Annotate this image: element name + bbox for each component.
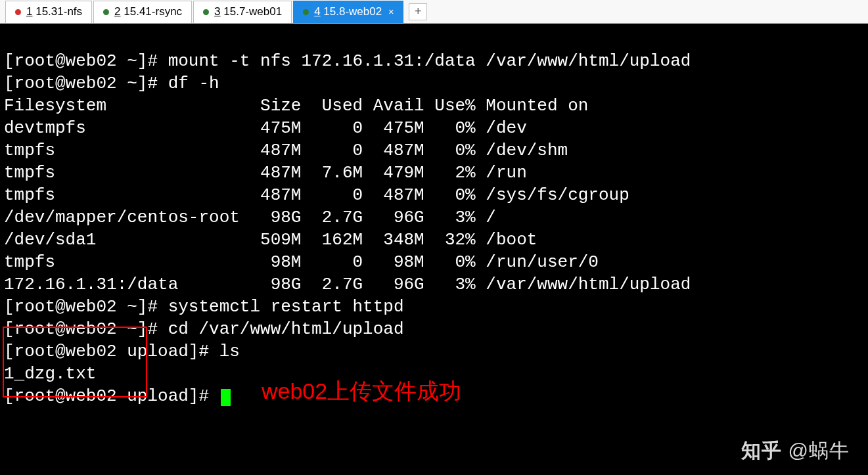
df-row: /dev/mapper/centos-root 98G 2.7G 96G 3% …: [4, 206, 864, 229]
terminal-area[interactable]: [root@web02 ~]# mount -t nfs 172.16.1.31…: [0, 24, 868, 475]
tab-15.7-web01[interactable]: 3 15.7-web01: [193, 1, 292, 23]
tab-label: 1 15.31-nfs: [26, 5, 82, 18]
status-dot-icon: [303, 9, 309, 15]
df-row: devtmpfs 475M 0 475M 0% /dev: [4, 117, 864, 139]
tab-15.8-web02[interactable]: 4 15.8-web02×: [293, 1, 403, 23]
close-icon[interactable]: ×: [388, 7, 394, 17]
tab-15.41-rsync[interactable]: 2 15.41-rsync: [93, 1, 192, 23]
df-row: /dev/sda1 509M 162M 348M 32% /boot: [4, 229, 864, 251]
tab-label: 2 15.41-rsync: [114, 5, 182, 18]
df-row: tmpfs 98M 0 98M 0% /run/user/0: [4, 251, 864, 273]
add-tab-button[interactable]: +: [409, 3, 427, 20]
cursor-icon: [221, 389, 231, 406]
df-row: tmpfs 487M 0 487M 0% /sys/fs/cgroup: [4, 184, 864, 206]
status-dot-icon: [203, 9, 209, 15]
annotation-text: web02上传文件成功: [262, 380, 461, 402]
tab-label: 4 15.8-web02: [314, 5, 382, 18]
status-dot-icon: [15, 9, 21, 15]
df-row: 172.16.1.31:/data 98G 2.7G 96G 3% /var/w…: [4, 273, 864, 296]
cmd-restart: [root@web02 ~]# systemctl restart httpd: [4, 296, 864, 318]
watermark: 知乎@蜗牛: [741, 440, 850, 462]
tab-bar: 1 15.31-nfs2 15.41-rsync3 15.7-web014 15…: [0, 0, 868, 24]
cmd-mount: [root@web02 ~]# mount -t nfs 172.16.1.31…: [4, 50, 864, 72]
watermark-author: @蜗牛: [788, 440, 850, 462]
cmd-df: [root@web02 ~]# df -h: [4, 72, 864, 95]
df-row: tmpfs 487M 7.6M 479M 2% /run: [4, 162, 864, 184]
cmd-cd: [root@web02 ~]# cd /var/www/html/upload: [4, 318, 864, 340]
watermark-logo: 知乎: [741, 440, 782, 462]
tab-label: 3 15.7-web01: [214, 5, 282, 18]
df-row: tmpfs 487M 0 487M 0% /dev/shm: [4, 139, 864, 162]
cmd-ls: [root@web02 upload]# ls: [4, 340, 864, 363]
df-header: Filesystem Size Used Avail Use% Mounted …: [4, 95, 864, 117]
status-dot-icon: [103, 9, 109, 15]
tab-15.31-nfs[interactable]: 1 15.31-nfs: [5, 1, 92, 23]
